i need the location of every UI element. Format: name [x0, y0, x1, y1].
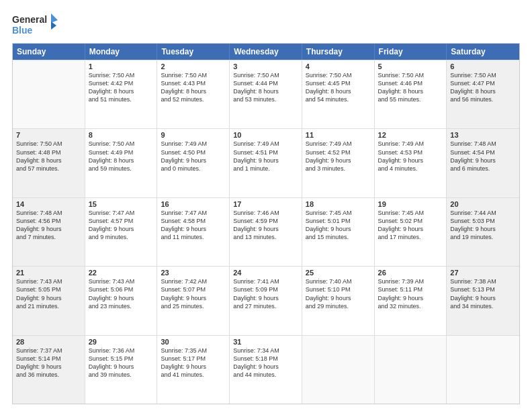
day-number: 20 [450, 200, 516, 208]
table-row: 30Sunrise: 7:35 AMSunset: 5:17 PMDayligh… [157, 336, 230, 404]
page: GeneralBlue SundayMondayTuesdayWednesday… [0, 0, 532, 411]
cell-content: Sunrise: 7:49 AMSunset: 4:50 PMDaylight:… [161, 140, 226, 173]
day-header-monday: Monday [85, 44, 158, 60]
day-number: 3 [233, 62, 298, 71]
day-header-saturday: Saturday [447, 44, 519, 60]
cell-content: Sunrise: 7:43 AMSunset: 5:06 PMDaylight:… [89, 277, 154, 310]
table-row: 16Sunrise: 7:47 AMSunset: 4:58 PMDayligh… [157, 198, 230, 266]
cell-content: Sunrise: 7:50 AMSunset: 4:43 PMDaylight:… [161, 71, 226, 104]
table-row: 1Sunrise: 7:50 AMSunset: 4:42 PMDaylight… [85, 60, 158, 128]
table-row: 9Sunrise: 7:49 AMSunset: 4:50 PMDaylight… [157, 129, 230, 197]
day-header-sunday: Sunday [13, 44, 85, 60]
day-number: 6 [450, 62, 516, 71]
table-row: 21Sunrise: 7:43 AMSunset: 5:05 PMDayligh… [13, 267, 85, 334]
header: GeneralBlue [12, 12, 520, 38]
logo: GeneralBlue [12, 12, 60, 38]
table-row: 29Sunrise: 7:36 AMSunset: 5:15 PMDayligh… [85, 336, 158, 404]
cell-content: Sunrise: 7:48 AMSunset: 4:54 PMDaylight:… [450, 140, 516, 173]
logo-svg: GeneralBlue [12, 12, 60, 38]
table-row: 8Sunrise: 7:50 AMSunset: 4:49 PMDaylight… [85, 129, 158, 197]
cell-content: Sunrise: 7:45 AMSunset: 5:01 PMDaylight:… [306, 209, 371, 242]
table-row [13, 60, 85, 128]
day-number: 22 [89, 269, 154, 277]
cell-content: Sunrise: 7:46 AMSunset: 4:59 PMDaylight:… [233, 209, 298, 242]
day-number: 4 [306, 62, 371, 71]
day-number: 24 [233, 269, 298, 277]
cell-content: Sunrise: 7:42 AMSunset: 5:07 PMDaylight:… [161, 277, 226, 310]
table-row: 15Sunrise: 7:47 AMSunset: 4:57 PMDayligh… [85, 198, 158, 266]
day-number: 16 [161, 200, 226, 208]
day-number: 2 [161, 62, 226, 71]
table-row: 31Sunrise: 7:34 AMSunset: 5:18 PMDayligh… [230, 336, 302, 404]
cell-content: Sunrise: 7:36 AMSunset: 5:15 PMDaylight:… [89, 347, 154, 379]
table-row: 7Sunrise: 7:50 AMSunset: 4:48 PMDaylight… [13, 129, 85, 197]
day-number: 30 [161, 338, 226, 346]
day-number: 5 [378, 62, 443, 71]
day-number: 18 [306, 200, 371, 208]
cell-content: Sunrise: 7:50 AMSunset: 4:47 PMDaylight:… [450, 71, 516, 104]
day-header-thursday: Thursday [302, 44, 375, 60]
cell-content: Sunrise: 7:50 AMSunset: 4:46 PMDaylight:… [378, 71, 443, 104]
cell-content: Sunrise: 7:39 AMSunset: 5:11 PMDaylight:… [378, 277, 443, 310]
cell-content: Sunrise: 7:50 AMSunset: 4:44 PMDaylight:… [233, 71, 298, 104]
table-row [447, 336, 519, 404]
calendar-row-1: 1Sunrise: 7:50 AMSunset: 4:42 PMDaylight… [13, 60, 519, 128]
day-number: 29 [89, 338, 154, 346]
svg-marker-2 [51, 13, 58, 23]
day-number: 14 [16, 200, 81, 208]
day-number: 25 [306, 269, 371, 277]
table-row: 10Sunrise: 7:49 AMSunset: 4:51 PMDayligh… [230, 129, 302, 197]
cell-content: Sunrise: 7:47 AMSunset: 4:58 PMDaylight:… [161, 209, 226, 242]
table-row: 5Sunrise: 7:50 AMSunset: 4:46 PMDaylight… [375, 60, 447, 128]
table-row: 11Sunrise: 7:49 AMSunset: 4:52 PMDayligh… [302, 129, 375, 197]
table-row: 27Sunrise: 7:38 AMSunset: 5:13 PMDayligh… [447, 267, 519, 334]
cell-content: Sunrise: 7:40 AMSunset: 5:10 PMDaylight:… [306, 277, 371, 310]
table-row: 24Sunrise: 7:41 AMSunset: 5:09 PMDayligh… [230, 267, 302, 334]
table-row [375, 336, 447, 404]
cell-content: Sunrise: 7:38 AMSunset: 5:13 PMDaylight:… [450, 277, 516, 310]
day-number: 7 [16, 131, 81, 139]
day-number: 23 [161, 269, 226, 277]
day-number: 17 [233, 200, 298, 208]
day-number: 8 [89, 131, 154, 139]
cell-content: Sunrise: 7:43 AMSunset: 5:05 PMDaylight:… [16, 277, 81, 310]
svg-text:Blue: Blue [12, 25, 33, 36]
table-row: 14Sunrise: 7:48 AMSunset: 4:56 PMDayligh… [13, 198, 85, 266]
table-row: 4Sunrise: 7:50 AMSunset: 4:45 PMDaylight… [302, 60, 375, 128]
table-row: 13Sunrise: 7:48 AMSunset: 4:54 PMDayligh… [447, 129, 519, 197]
day-number: 28 [16, 338, 81, 346]
cell-content: Sunrise: 7:49 AMSunset: 4:52 PMDaylight:… [306, 140, 371, 173]
day-number: 9 [161, 131, 226, 139]
cell-content: Sunrise: 7:50 AMSunset: 4:49 PMDaylight:… [89, 140, 154, 173]
table-row: 22Sunrise: 7:43 AMSunset: 5:06 PMDayligh… [85, 267, 158, 334]
day-header-tuesday: Tuesday [157, 44, 230, 60]
day-number: 1 [89, 62, 154, 71]
svg-text:General: General [12, 14, 47, 25]
day-number: 13 [450, 131, 516, 139]
day-number: 12 [378, 131, 443, 139]
table-row: 25Sunrise: 7:40 AMSunset: 5:10 PMDayligh… [302, 267, 375, 334]
cell-content: Sunrise: 7:35 AMSunset: 5:17 PMDaylight:… [161, 347, 226, 379]
day-number: 26 [378, 269, 443, 277]
calendar-row-4: 21Sunrise: 7:43 AMSunset: 5:05 PMDayligh… [13, 266, 519, 334]
day-number: 21 [16, 269, 81, 277]
table-row: 6Sunrise: 7:50 AMSunset: 4:47 PMDaylight… [447, 60, 519, 128]
calendar-row-3: 14Sunrise: 7:48 AMSunset: 4:56 PMDayligh… [13, 197, 519, 266]
table-row: 12Sunrise: 7:49 AMSunset: 4:53 PMDayligh… [375, 129, 447, 197]
cell-content: Sunrise: 7:41 AMSunset: 5:09 PMDaylight:… [233, 277, 298, 310]
calendar-row-2: 7Sunrise: 7:50 AMSunset: 4:48 PMDaylight… [13, 128, 519, 197]
calendar-body: 1Sunrise: 7:50 AMSunset: 4:42 PMDaylight… [13, 60, 519, 404]
day-number: 31 [233, 338, 298, 346]
svg-marker-3 [51, 21, 56, 30]
calendar-row-5: 28Sunrise: 7:37 AMSunset: 5:14 PMDayligh… [13, 335, 519, 404]
day-number: 10 [233, 131, 298, 139]
table-row: 20Sunrise: 7:44 AMSunset: 5:03 PMDayligh… [447, 198, 519, 266]
calendar-header: SundayMondayTuesdayWednesdayThursdayFrid… [13, 44, 519, 60]
cell-content: Sunrise: 7:45 AMSunset: 5:02 PMDaylight:… [378, 209, 443, 242]
table-row: 19Sunrise: 7:45 AMSunset: 5:02 PMDayligh… [375, 198, 447, 266]
day-number: 27 [450, 269, 516, 277]
table-row: 26Sunrise: 7:39 AMSunset: 5:11 PMDayligh… [375, 267, 447, 334]
day-number: 19 [378, 200, 443, 208]
table-row: 17Sunrise: 7:46 AMSunset: 4:59 PMDayligh… [230, 198, 302, 266]
cell-content: Sunrise: 7:44 AMSunset: 5:03 PMDaylight:… [450, 209, 516, 242]
